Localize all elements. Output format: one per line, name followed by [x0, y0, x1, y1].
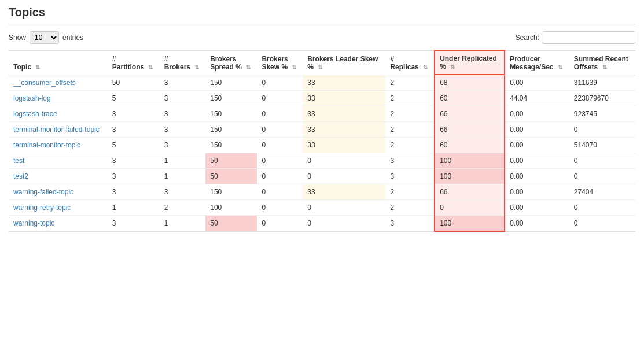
- topic-link[interactable]: warning-topic: [13, 219, 54, 227]
- cell-replicas: 2: [385, 91, 435, 106]
- cell-brokers: 1: [160, 169, 206, 184]
- cell-replicas: 2: [385, 138, 435, 153]
- cell-brokers-skew: 0: [257, 169, 303, 184]
- cell-producer: 0.00: [505, 216, 569, 232]
- topic-link[interactable]: __consumer_offsets: [13, 79, 76, 87]
- cell-topic: warning-failed-topic: [9, 184, 108, 200]
- col-header-summed[interactable]: Summed RecentOffsets ⇅: [569, 50, 635, 75]
- cell-brokers-spread: 150: [205, 75, 257, 91]
- col-under-replicated-label: Under Replicated%: [440, 54, 497, 71]
- sort-icon-brokers-skew: ⇅: [292, 64, 296, 71]
- cell-brokers: 3: [160, 106, 206, 122]
- sort-icon-partitions: ⇅: [148, 64, 153, 71]
- cell-under-replicated: 66: [435, 122, 505, 138]
- cell-producer: 0.00: [505, 200, 569, 216]
- cell-partitions: 3: [108, 122, 160, 138]
- cell-brokers-spread: 150: [205, 138, 257, 153]
- cell-brokers-spread: 150: [205, 106, 257, 122]
- cell-producer: 0.00: [505, 106, 569, 122]
- cell-summed: 0: [569, 216, 635, 232]
- search-container: Search:: [516, 31, 635, 44]
- cell-summed: 27404: [569, 184, 635, 200]
- table-row: terminal-monitor-topic 5 3 150 0 33 2 60…: [9, 138, 635, 153]
- cell-brokers-skew: 0: [257, 106, 303, 122]
- topic-link[interactable]: warning-failed-topic: [13, 188, 73, 196]
- cell-under-replicated: 60: [435, 91, 505, 106]
- cell-replicas: 2: [385, 200, 435, 216]
- cell-under-replicated: 60: [435, 138, 505, 153]
- cell-summed: 223879670: [569, 91, 635, 106]
- col-header-replicas[interactable]: #Replicas ⇅: [385, 50, 435, 75]
- cell-replicas: 2: [385, 122, 435, 138]
- cell-under-replicated: 0: [435, 200, 505, 216]
- cell-under-replicated: 66: [435, 106, 505, 122]
- cell-topic: warning-retry-topic: [9, 200, 108, 216]
- col-header-under-replicated[interactable]: Under Replicated% ⇅: [435, 50, 505, 75]
- topic-link[interactable]: warning-retry-topic: [13, 204, 71, 212]
- cell-leader-skew: 0: [303, 169, 385, 184]
- sort-icon-producer: ⇅: [558, 64, 562, 71]
- cell-summed: 514070: [569, 138, 635, 153]
- cell-producer: 44.04: [505, 91, 569, 106]
- cell-partitions: 3: [108, 153, 160, 169]
- col-header-topic[interactable]: Topic ⇅: [9, 50, 108, 75]
- cell-brokers-spread: 150: [205, 91, 257, 106]
- topic-link[interactable]: terminal-monitor-failed-topic: [13, 125, 100, 134]
- cell-producer: 0.00: [505, 153, 569, 169]
- cell-under-replicated: 100: [435, 153, 505, 169]
- show-entries-control: Show 10 25 50 100 entries: [9, 31, 83, 44]
- col-topic-label: Topic: [13, 63, 31, 71]
- cell-partitions: 3: [108, 106, 160, 122]
- cell-partitions: 1: [108, 200, 160, 216]
- entries-select[interactable]: 10 25 50 100: [30, 31, 59, 44]
- cell-partitions: 3: [108, 216, 160, 232]
- topic-link[interactable]: logstash-log: [13, 94, 51, 102]
- topic-link[interactable]: test2: [13, 172, 28, 180]
- sort-icon-leader-skew: ⇅: [318, 64, 322, 71]
- cell-brokers-spread: 50: [205, 216, 257, 232]
- col-header-leader-skew[interactable]: Brokers Leader Skew% ⇅: [303, 50, 385, 75]
- cell-partitions: 3: [108, 169, 160, 184]
- col-header-brokers[interactable]: #Brokers ⇅: [160, 50, 206, 75]
- search-label: Search:: [516, 34, 539, 42]
- cell-producer: 0.00: [505, 184, 569, 200]
- cell-brokers-skew: 0: [257, 153, 303, 169]
- cell-topic: terminal-monitor-topic: [9, 138, 108, 153]
- col-producer-label: ProducerMessage/Sec: [510, 55, 553, 71]
- topic-link[interactable]: terminal-monitor-topic: [13, 141, 80, 149]
- cell-brokers-spread: 150: [205, 184, 257, 200]
- cell-replicas: 3: [385, 169, 435, 184]
- col-partitions-label: #Partitions: [112, 55, 144, 71]
- topic-link[interactable]: test: [13, 157, 24, 165]
- cell-leader-skew: 0: [303, 153, 385, 169]
- search-input[interactable]: [543, 31, 635, 44]
- sort-icon-replicas: ⇅: [423, 64, 428, 71]
- cell-producer: 0.00: [505, 169, 569, 184]
- col-replicas-label: #Replicas: [390, 55, 418, 71]
- col-header-brokers-spread[interactable]: BrokersSpread % ⇅: [205, 50, 257, 75]
- col-header-partitions[interactable]: #Partitions ⇅: [108, 50, 160, 75]
- sort-icon-brokers: ⇅: [194, 64, 199, 71]
- cell-brokers: 3: [160, 138, 206, 153]
- cell-leader-skew: 33: [303, 138, 385, 153]
- col-header-producer[interactable]: ProducerMessage/Sec ⇅: [505, 50, 569, 75]
- cell-partitions: 5: [108, 91, 160, 106]
- cell-summed: 0: [569, 200, 635, 216]
- table-row: test 3 1 50 0 0 3 100 0.00 0: [9, 153, 635, 169]
- cell-topic: logstash-log: [9, 91, 108, 106]
- table-row: warning-retry-topic 1 2 100 0 0 2 0 0.00…: [9, 200, 635, 216]
- col-header-brokers-skew[interactable]: BrokersSkew % ⇅: [257, 50, 303, 75]
- cell-brokers: 3: [160, 184, 206, 200]
- cell-leader-skew: 33: [303, 184, 385, 200]
- cell-topic: test2: [9, 169, 108, 184]
- col-brokers-skew-label: BrokersSkew %: [262, 55, 288, 71]
- topic-link[interactable]: logstash-trace: [13, 110, 57, 118]
- cell-brokers-skew: 0: [257, 216, 303, 232]
- cell-leader-skew: 0: [303, 200, 385, 216]
- cell-producer: 0.00: [505, 138, 569, 153]
- cell-brokers: 3: [160, 122, 206, 138]
- cell-under-replicated: 68: [435, 75, 505, 91]
- cell-leader-skew: 33: [303, 106, 385, 122]
- cell-replicas: 2: [385, 184, 435, 200]
- cell-brokers: 1: [160, 216, 206, 232]
